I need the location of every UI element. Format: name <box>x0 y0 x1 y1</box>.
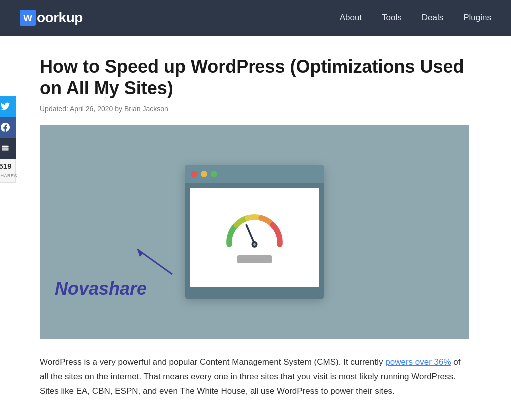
article-content: How to Speed up WordPress (Optimizations… <box>40 56 469 399</box>
svg-rect-2 <box>2 149 9 150</box>
main-wrapper: 519 SHARES How to Speed up WordPress (Op… <box>0 36 511 419</box>
browser-titlebar <box>185 165 324 183</box>
body-text-before-link: WordPress is a very powerful and popular… <box>40 357 385 367</box>
dot-yellow <box>201 171 207 177</box>
nav-about[interactable]: About <box>340 13 362 23</box>
nav-tools[interactable]: Tools <box>382 13 402 23</box>
logo-icon: w <box>20 10 36 26</box>
site-header: w oorkup About Tools Deals Plugins <box>0 0 511 36</box>
hero-image: Novashare <box>40 125 469 339</box>
browser-mockup <box>185 165 324 299</box>
share-number: 519 <box>0 162 13 170</box>
browser-content <box>190 188 319 287</box>
twitter-icon <box>1 102 10 111</box>
shares-label: SHARES <box>0 173 17 178</box>
article-title: How to Speed up WordPress (Optimizations… <box>40 56 469 99</box>
article-meta: Updated: April 26, 2020 by Brian Jackson <box>40 105 469 113</box>
facebook-share-button[interactable] <box>0 117 16 138</box>
logo-text: oorkup <box>37 10 83 26</box>
speed-bar <box>237 255 272 263</box>
svg-rect-0 <box>2 146 9 147</box>
svg-rect-1 <box>2 148 9 149</box>
novashare-label: Novashare <box>55 278 147 299</box>
powers-link[interactable]: powers over 36% <box>385 357 451 367</box>
dot-red <box>191 171 197 177</box>
nav-deals[interactable]: Deals <box>422 13 443 23</box>
share-count: 519 SHARES <box>0 159 16 183</box>
arrow-graphic <box>132 244 177 279</box>
dot-green <box>211 171 217 177</box>
speedometer-graphic <box>222 212 287 249</box>
svg-point-5 <box>253 243 256 246</box>
nav-plugins[interactable]: Plugins <box>463 13 491 23</box>
facebook-icon <box>1 123 10 132</box>
main-nav: About Tools Deals Plugins <box>340 13 491 23</box>
novashare-annotation: Novashare <box>55 278 147 299</box>
twitter-share-button[interactable] <box>0 96 16 117</box>
buffer-icon <box>1 144 10 153</box>
buffer-share-button[interactable] <box>0 138 16 159</box>
logo-w-letter: w <box>23 11 32 24</box>
article-body: WordPress is a very powerful and popular… <box>40 355 469 399</box>
logo[interactable]: w oorkup <box>20 10 83 26</box>
social-sidebar: 519 SHARES <box>0 96 16 183</box>
